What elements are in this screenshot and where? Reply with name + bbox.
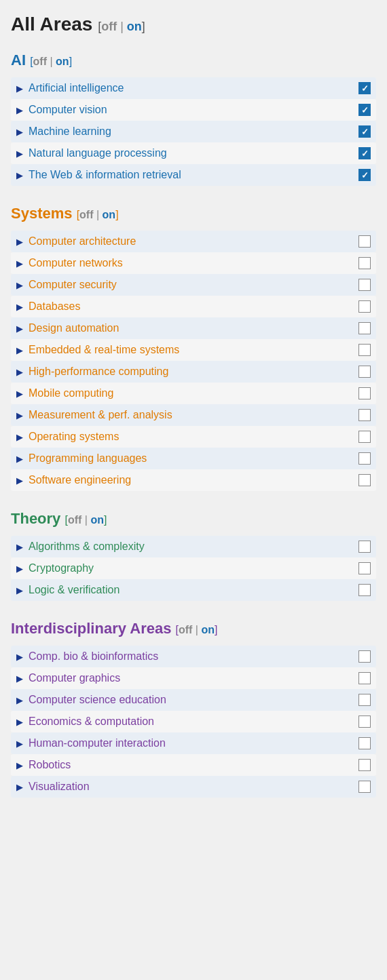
arrow-icon[interactable]: ▶: [16, 476, 23, 485]
item-checkbox[interactable]: [358, 169, 371, 181]
item-checkbox[interactable]: [358, 147, 371, 159]
section-toggle-interdisciplinary: [off | on]: [176, 624, 218, 635]
list-item: ▶High-performance computing: [11, 361, 376, 383]
arrow-icon[interactable]: ▶: [16, 652, 23, 661]
item-label[interactable]: Embedded & real-time systems: [29, 344, 179, 356]
item-checkbox[interactable]: [358, 781, 371, 793]
item-checkbox[interactable]: [358, 322, 371, 334]
item-checkbox[interactable]: [358, 344, 371, 356]
page-title: All Areas [off | on]: [11, 14, 145, 35]
arrow-icon[interactable]: ▶: [16, 543, 23, 551]
section-toggle-off-ai[interactable]: off: [33, 56, 47, 67]
section-toggle-off-interdisciplinary[interactable]: off: [179, 624, 192, 635]
arrow-icon[interactable]: ▶: [16, 237, 23, 246]
item-label[interactable]: Robotics: [29, 759, 71, 771]
page-toggle-off[interactable]: off: [101, 20, 117, 33]
arrow-icon[interactable]: ▶: [16, 346, 23, 355]
arrow-icon[interactable]: ▶: [16, 324, 23, 333]
item-left: ▶Logic & verification: [16, 584, 119, 596]
item-checkbox[interactable]: [358, 759, 371, 771]
arrow-icon[interactable]: ▶: [16, 281, 23, 290]
item-label[interactable]: Human-computer interaction: [29, 737, 166, 749]
arrow-icon[interactable]: ▶: [16, 674, 23, 683]
item-checkbox[interactable]: [358, 716, 371, 728]
arrow-icon[interactable]: ▶: [16, 149, 23, 158]
arrow-icon[interactable]: ▶: [16, 106, 23, 115]
item-label[interactable]: Operating systems: [29, 431, 119, 443]
arrow-icon[interactable]: ▶: [16, 411, 23, 420]
arrow-icon[interactable]: ▶: [16, 454, 23, 463]
item-checkbox[interactable]: [358, 562, 371, 574]
arrow-icon[interactable]: ▶: [16, 696, 23, 705]
item-checkbox[interactable]: [358, 125, 371, 138]
section-header-systems: Systems [off | on]: [11, 202, 376, 225]
item-checkbox[interactable]: [358, 257, 371, 269]
arrow-icon[interactable]: ▶: [16, 739, 23, 748]
page-toggle-on[interactable]: on: [127, 20, 142, 33]
section-toggle-on-interdisciplinary[interactable]: on: [201, 624, 215, 635]
item-label[interactable]: High-performance computing: [29, 366, 168, 378]
item-label[interactable]: Programming languages: [29, 452, 147, 465]
item-label[interactable]: Logic & verification: [29, 584, 119, 596]
item-label[interactable]: Cryptography: [29, 562, 94, 574]
item-label[interactable]: Machine learning: [29, 125, 111, 138]
item-label[interactable]: Computer networks: [29, 257, 123, 269]
item-label[interactable]: Design automation: [29, 322, 119, 334]
item-label[interactable]: Databases: [29, 300, 81, 313]
item-label[interactable]: Artificial intelligence: [29, 82, 124, 94]
section-toggle-on-systems[interactable]: on: [103, 209, 116, 220]
item-checkbox[interactable]: [358, 235, 371, 248]
item-checkbox[interactable]: [358, 650, 371, 663]
item-checkbox[interactable]: [358, 737, 371, 749]
arrow-icon[interactable]: ▶: [16, 84, 23, 93]
arrow-icon[interactable]: ▶: [16, 783, 23, 791]
arrow-icon[interactable]: ▶: [16, 389, 23, 398]
item-label[interactable]: Natural language processing: [29, 147, 167, 159]
item-label[interactable]: Measurement & perf. analysis: [29, 409, 172, 421]
item-checkbox[interactable]: [358, 279, 371, 291]
arrow-icon[interactable]: ▶: [16, 171, 23, 180]
arrow-icon[interactable]: ▶: [16, 564, 23, 573]
item-label[interactable]: Computer science education: [29, 694, 166, 706]
item-checkbox[interactable]: [358, 409, 371, 421]
section-toggle-on-ai[interactable]: on: [56, 56, 69, 67]
arrow-icon[interactable]: ▶: [16, 586, 23, 595]
item-checkbox[interactable]: [358, 387, 371, 399]
item-label[interactable]: Visualization: [29, 781, 90, 793]
arrow-icon[interactable]: ▶: [16, 259, 23, 268]
section-toggle-off-theory[interactable]: off: [68, 514, 81, 526]
arrow-icon[interactable]: ▶: [16, 128, 23, 136]
item-left: ▶Economics & computation: [16, 716, 154, 728]
item-label[interactable]: Comp. bio & bioinformatics: [29, 650, 158, 663]
item-left: ▶Computer networks: [16, 257, 123, 269]
item-label[interactable]: Computer graphics: [29, 672, 120, 684]
item-checkbox[interactable]: [358, 541, 371, 553]
section-header-interdisciplinary: Interdisciplinary Areas [off | on]: [11, 617, 376, 640]
item-label[interactable]: Computer architecture: [29, 235, 136, 248]
item-checkbox[interactable]: [358, 300, 371, 313]
item-left: ▶Visualization: [16, 781, 90, 793]
section-toggle-off-systems[interactable]: off: [79, 209, 93, 220]
arrow-icon[interactable]: ▶: [16, 718, 23, 726]
item-label[interactable]: Economics & computation: [29, 716, 154, 728]
item-label[interactable]: The Web & information retrieval: [29, 169, 181, 181]
arrow-icon[interactable]: ▶: [16, 433, 23, 442]
item-label[interactable]: Algorithms & complexity: [29, 541, 145, 553]
arrow-icon[interactable]: ▶: [16, 761, 23, 770]
item-checkbox[interactable]: [358, 474, 371, 486]
item-checkbox[interactable]: [358, 82, 371, 94]
item-checkbox[interactable]: [358, 104, 371, 116]
item-label[interactable]: Mobile computing: [29, 387, 113, 399]
section-toggle-on-theory[interactable]: on: [90, 514, 104, 526]
item-checkbox[interactable]: [358, 694, 371, 706]
item-label[interactable]: Computer vision: [29, 104, 107, 116]
arrow-icon[interactable]: ▶: [16, 368, 23, 376]
item-label[interactable]: Software engineering: [29, 474, 131, 486]
item-checkbox[interactable]: [358, 431, 371, 443]
item-checkbox[interactable]: [358, 452, 371, 465]
item-label[interactable]: Computer security: [29, 279, 117, 291]
arrow-icon[interactable]: ▶: [16, 302, 23, 311]
item-checkbox[interactable]: [358, 672, 371, 684]
item-checkbox[interactable]: [358, 366, 371, 378]
item-checkbox[interactable]: [358, 584, 371, 596]
